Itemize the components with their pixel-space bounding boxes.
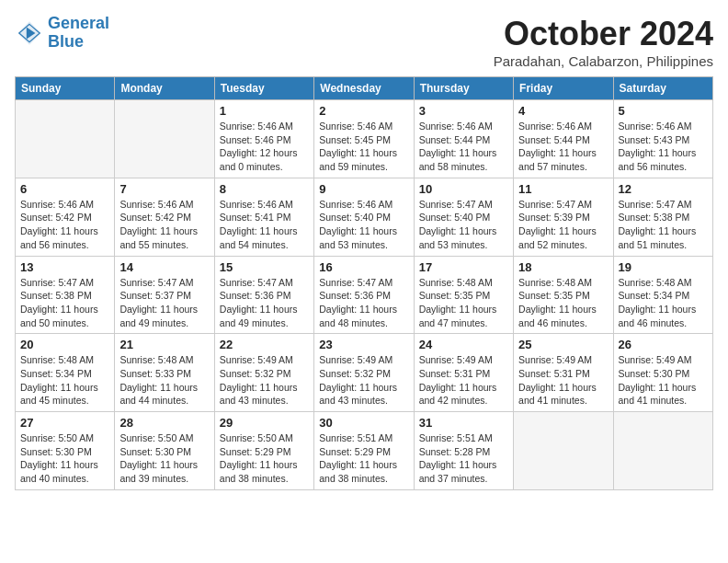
title-block: October 2024 Paradahan, Calabarzon, Phil… <box>494 15 713 69</box>
calendar-cell: 21Sunrise: 5:48 AMSunset: 5:33 PMDayligh… <box>115 334 214 412</box>
calendar-cell <box>16 100 115 178</box>
calendar-cell: 19Sunrise: 5:48 AMSunset: 5:34 PMDayligh… <box>613 256 712 334</box>
day-info: Sunrise: 5:50 AMSunset: 5:30 PMDaylight:… <box>20 431 109 486</box>
calendar-cell: 23Sunrise: 5:49 AMSunset: 5:32 PMDayligh… <box>314 334 414 412</box>
calendar-cell <box>514 412 613 490</box>
calendar-cell: 22Sunrise: 5:49 AMSunset: 5:32 PMDayligh… <box>214 334 313 412</box>
calendar-cell: 16Sunrise: 5:47 AMSunset: 5:36 PMDayligh… <box>314 256 414 334</box>
col-sunday: Sunday <box>16 77 115 100</box>
calendar-week-row: 20Sunrise: 5:48 AMSunset: 5:34 PMDayligh… <box>16 334 713 412</box>
day-number: 1 <box>220 104 309 118</box>
day-number: 4 <box>518 104 608 118</box>
calendar-cell: 12Sunrise: 5:47 AMSunset: 5:38 PMDayligh… <box>613 178 712 256</box>
calendar-cell: 15Sunrise: 5:47 AMSunset: 5:36 PMDayligh… <box>214 256 313 334</box>
day-info: Sunrise: 5:46 AMSunset: 5:44 PMDaylight:… <box>518 120 608 174</box>
calendar-cell: 28Sunrise: 5:50 AMSunset: 5:30 PMDayligh… <box>115 412 214 490</box>
calendar-cell <box>115 100 214 178</box>
day-info: Sunrise: 5:47 AMSunset: 5:38 PMDaylight:… <box>619 198 708 252</box>
calendar-cell: 27Sunrise: 5:50 AMSunset: 5:30 PMDayligh… <box>16 412 115 490</box>
day-number: 31 <box>419 416 508 430</box>
calendar-cell: 4Sunrise: 5:46 AMSunset: 5:44 PMDaylight… <box>514 100 613 178</box>
calendar-week-row: 13Sunrise: 5:47 AMSunset: 5:38 PMDayligh… <box>16 256 713 334</box>
month-title: October 2024 <box>494 15 713 53</box>
day-info: Sunrise: 5:47 AMSunset: 5:39 PMDaylight:… <box>518 198 608 252</box>
day-info: Sunrise: 5:47 AMSunset: 5:40 PMDaylight:… <box>419 198 508 252</box>
calendar-cell: 18Sunrise: 5:48 AMSunset: 5:35 PMDayligh… <box>514 256 613 334</box>
page-header: General Blue October 2024 Paradahan, Cal… <box>15 15 713 69</box>
calendar-cell: 30Sunrise: 5:51 AMSunset: 5:29 PMDayligh… <box>314 412 414 490</box>
day-number: 24 <box>419 338 508 351</box>
day-info: Sunrise: 5:49 AMSunset: 5:32 PMDaylight:… <box>319 353 408 408</box>
calendar-cell: 1Sunrise: 5:46 AMSunset: 5:46 PMDaylight… <box>214 100 313 178</box>
calendar-cell: 25Sunrise: 5:49 AMSunset: 5:31 PMDayligh… <box>514 334 613 412</box>
calendar-cell: 10Sunrise: 5:47 AMSunset: 5:40 PMDayligh… <box>414 178 513 256</box>
day-number: 26 <box>619 338 708 351</box>
day-info: Sunrise: 5:48 AMSunset: 5:35 PMDaylight:… <box>419 276 508 330</box>
calendar-cell: 13Sunrise: 5:47 AMSunset: 5:38 PMDayligh… <box>16 256 115 334</box>
day-info: Sunrise: 5:50 AMSunset: 5:30 PMDaylight:… <box>119 431 209 486</box>
day-number: 11 <box>518 182 608 196</box>
calendar-cell: 5Sunrise: 5:46 AMSunset: 5:43 PMDaylight… <box>613 100 712 178</box>
day-number: 8 <box>220 182 309 196</box>
day-info: Sunrise: 5:48 AMSunset: 5:33 PMDaylight:… <box>119 353 209 408</box>
calendar-cell: 24Sunrise: 5:49 AMSunset: 5:31 PMDayligh… <box>414 334 513 412</box>
day-info: Sunrise: 5:51 AMSunset: 5:29 PMDaylight:… <box>319 431 408 486</box>
day-number: 14 <box>119 260 209 274</box>
day-info: Sunrise: 5:46 AMSunset: 5:41 PMDaylight:… <box>220 198 309 252</box>
day-info: Sunrise: 5:48 AMSunset: 5:34 PMDaylight:… <box>619 276 708 330</box>
calendar-cell: 3Sunrise: 5:46 AMSunset: 5:44 PMDaylight… <box>414 100 513 178</box>
day-info: Sunrise: 5:49 AMSunset: 5:30 PMDaylight:… <box>619 353 708 408</box>
day-info: Sunrise: 5:49 AMSunset: 5:31 PMDaylight:… <box>518 353 608 408</box>
col-wednesday: Wednesday <box>314 77 414 100</box>
day-info: Sunrise: 5:47 AMSunset: 5:37 PMDaylight:… <box>119 276 209 330</box>
calendar-cell: 11Sunrise: 5:47 AMSunset: 5:39 PMDayligh… <box>514 178 613 256</box>
day-number: 15 <box>220 260 309 274</box>
day-info: Sunrise: 5:47 AMSunset: 5:38 PMDaylight:… <box>20 276 109 330</box>
day-number: 27 <box>20 416 109 430</box>
calendar-cell: 17Sunrise: 5:48 AMSunset: 5:35 PMDayligh… <box>414 256 513 334</box>
day-number: 29 <box>220 416 309 430</box>
calendar-cell: 9Sunrise: 5:46 AMSunset: 5:40 PMDaylight… <box>314 178 414 256</box>
col-friday: Friday <box>514 77 613 100</box>
day-number: 10 <box>419 182 508 196</box>
day-info: Sunrise: 5:48 AMSunset: 5:34 PMDaylight:… <box>20 353 109 408</box>
day-number: 5 <box>619 104 708 118</box>
day-number: 25 <box>518 338 608 351</box>
logo: General Blue <box>15 15 109 52</box>
day-info: Sunrise: 5:46 AMSunset: 5:40 PMDaylight:… <box>319 198 408 252</box>
day-info: Sunrise: 5:46 AMSunset: 5:45 PMDaylight:… <box>319 120 408 174</box>
col-saturday: Saturday <box>613 77 712 100</box>
day-info: Sunrise: 5:49 AMSunset: 5:32 PMDaylight:… <box>220 353 309 408</box>
day-info: Sunrise: 5:51 AMSunset: 5:28 PMDaylight:… <box>419 431 508 486</box>
day-number: 16 <box>319 260 408 274</box>
day-info: Sunrise: 5:46 AMSunset: 5:42 PMDaylight:… <box>20 198 109 252</box>
calendar-cell: 26Sunrise: 5:49 AMSunset: 5:30 PMDayligh… <box>613 334 712 412</box>
day-number: 17 <box>419 260 508 274</box>
calendar-cell: 14Sunrise: 5:47 AMSunset: 5:37 PMDayligh… <box>115 256 214 334</box>
calendar-cell: 29Sunrise: 5:50 AMSunset: 5:29 PMDayligh… <box>214 412 313 490</box>
day-number: 13 <box>20 260 109 274</box>
col-monday: Monday <box>115 77 214 100</box>
col-thursday: Thursday <box>414 77 513 100</box>
calendar-cell: 7Sunrise: 5:46 AMSunset: 5:42 PMDaylight… <box>115 178 214 256</box>
day-number: 20 <box>20 338 109 351</box>
day-number: 22 <box>220 338 309 351</box>
calendar-cell: 20Sunrise: 5:48 AMSunset: 5:34 PMDayligh… <box>16 334 115 412</box>
calendar-cell: 31Sunrise: 5:51 AMSunset: 5:28 PMDayligh… <box>414 412 513 490</box>
day-info: Sunrise: 5:46 AMSunset: 5:42 PMDaylight:… <box>119 198 209 252</box>
day-info: Sunrise: 5:47 AMSunset: 5:36 PMDaylight:… <box>220 276 309 330</box>
location-subtitle: Paradahan, Calabarzon, Philippines <box>494 53 713 69</box>
day-number: 21 <box>119 338 209 351</box>
day-number: 28 <box>119 416 209 430</box>
day-info: Sunrise: 5:47 AMSunset: 5:36 PMDaylight:… <box>319 276 408 330</box>
logo-text: General Blue <box>48 15 109 52</box>
calendar-cell: 8Sunrise: 5:46 AMSunset: 5:41 PMDaylight… <box>214 178 313 256</box>
day-info: Sunrise: 5:49 AMSunset: 5:31 PMDaylight:… <box>419 353 508 408</box>
day-info: Sunrise: 5:46 AMSunset: 5:43 PMDaylight:… <box>619 120 708 174</box>
calendar-week-row: 1Sunrise: 5:46 AMSunset: 5:46 PMDaylight… <box>16 100 713 178</box>
day-number: 2 <box>319 104 408 118</box>
calendar-table: Sunday Monday Tuesday Wednesday Thursday… <box>15 76 713 490</box>
day-info: Sunrise: 5:48 AMSunset: 5:35 PMDaylight:… <box>518 276 608 330</box>
day-number: 12 <box>619 182 708 196</box>
calendar-week-row: 27Sunrise: 5:50 AMSunset: 5:30 PMDayligh… <box>16 412 713 490</box>
